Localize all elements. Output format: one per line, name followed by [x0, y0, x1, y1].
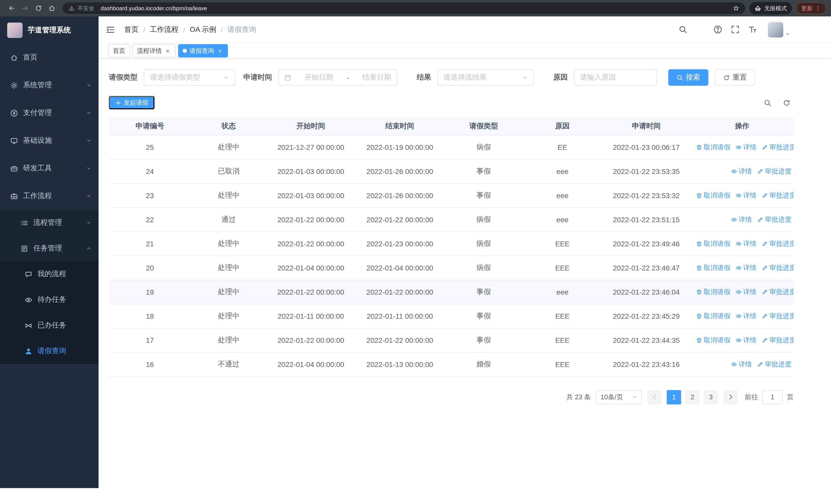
- reset-button[interactable]: 重置: [715, 69, 755, 86]
- breadcrumb-item[interactable]: 首页: [124, 25, 139, 34]
- page-button-1[interactable]: 1: [667, 390, 681, 404]
- pen-icon: [762, 289, 768, 295]
- tab-首页[interactable]: 首页: [108, 44, 130, 58]
- sidebar-item-process[interactable]: 流程管理: [0, 210, 98, 236]
- sidebar-item-eye[interactable]: 待办任务: [0, 287, 98, 313]
- refresh-table-icon[interactable]: [783, 99, 791, 107]
- action-detail[interactable]: 详情: [736, 191, 756, 200]
- action-progress[interactable]: 审批进度: [757, 167, 792, 176]
- url-bar[interactable]: 不安全 dashboard.yudao.iocoder.cn/bpm/oa/le…: [63, 3, 745, 14]
- action-cancel[interactable]: 取消请假: [696, 263, 730, 272]
- apply-time-range-picker[interactable]: 开始日期 - 结束日期: [278, 69, 397, 86]
- action-detail[interactable]: 详情: [736, 239, 756, 248]
- cell-type: 病假: [444, 207, 523, 232]
- sidebar-item-tools[interactable]: 研发工具: [0, 154, 98, 182]
- sidebar-item-workflow[interactable]: 工作流程: [0, 182, 98, 210]
- reload-icon[interactable]: [32, 2, 45, 15]
- user-menu[interactable]: [768, 22, 790, 37]
- column-header: 结束时间: [355, 118, 444, 135]
- leave-type-select[interactable]: 请选择请假类型: [144, 69, 235, 86]
- action-detail[interactable]: 详情: [736, 263, 756, 272]
- eye-icon: [736, 144, 742, 150]
- sidebar-item-yen[interactable]: 支付管理: [0, 99, 98, 127]
- action-progress[interactable]: 审批进度: [762, 191, 794, 200]
- cell-applied: 2022-01-22 23:43:16: [602, 352, 691, 376]
- page-size-select[interactable]: 10条/页: [596, 390, 642, 404]
- next-page-button[interactable]: [723, 390, 738, 404]
- action-cancel[interactable]: 取消请假: [696, 287, 730, 296]
- page-button-3[interactable]: 3: [704, 390, 718, 404]
- action-progress[interactable]: 审批进度: [762, 335, 794, 345]
- github-icon[interactable]: [696, 25, 705, 34]
- prev-page-button[interactable]: [647, 390, 662, 404]
- action-cancel[interactable]: 取消请假: [696, 191, 730, 200]
- action-progress[interactable]: 审批进度: [757, 359, 792, 369]
- back-icon[interactable]: [5, 2, 19, 15]
- action-cancel[interactable]: 取消请假: [696, 142, 730, 152]
- action-detail[interactable]: 详情: [736, 311, 756, 321]
- create-leave-button[interactable]: 发起请假: [109, 96, 154, 109]
- reason-input[interactable]: 请输入原因: [574, 69, 657, 86]
- fontsize-icon[interactable]: [748, 25, 757, 34]
- table-row: 20处理中2022-01-04 00:00:002022-01-04 00:00…: [109, 256, 794, 280]
- cell-status: 处理中: [191, 183, 266, 207]
- search-button[interactable]: 搜索: [668, 69, 708, 86]
- action-progress[interactable]: 审批进度: [762, 142, 794, 152]
- tab-流程详情[interactable]: 流程详情: [133, 44, 175, 58]
- action-progress[interactable]: 审批进度: [757, 215, 792, 224]
- action-progress[interactable]: 审批进度: [762, 311, 794, 321]
- column-header: 申请时间: [602, 118, 691, 135]
- sidebar-item-home[interactable]: 首页: [0, 43, 98, 71]
- bookmark-star-icon[interactable]: [733, 5, 739, 11]
- collapse-sidebar-icon[interactable]: [106, 25, 115, 34]
- toggle-search-icon[interactable]: [764, 99, 771, 107]
- close-icon[interactable]: [217, 48, 223, 54]
- browser-home-icon[interactable]: [45, 2, 58, 15]
- sidebar-item-user[interactable]: 请假查询: [0, 338, 98, 364]
- page-button-2[interactable]: 2: [685, 390, 699, 404]
- sidebar-item-gear[interactable]: 系统管理: [0, 71, 98, 99]
- sidebar-item-chat[interactable]: 我的流程: [0, 261, 98, 287]
- action-detail[interactable]: 详情: [731, 167, 752, 176]
- caret-down-icon: [86, 138, 91, 143]
- cell-status: 已取消: [191, 159, 266, 183]
- app-header: 首页 / 工作流程 / OA 示例 / 请假查询: [98, 17, 831, 43]
- action-progress[interactable]: 审批进度: [762, 287, 794, 296]
- result-select[interactable]: 请选择流结果: [437, 69, 534, 86]
- sidebar-item-infra[interactable]: 基础设施: [0, 127, 98, 154]
- close-icon[interactable]: [164, 48, 171, 54]
- fullscreen-icon[interactable]: [731, 25, 740, 34]
- breadcrumb-item[interactable]: 工作流程: [150, 25, 179, 34]
- update-button[interactable]: 更新: [796, 3, 826, 14]
- tab-请假查询[interactable]: 请假查询: [178, 44, 228, 58]
- sidebar-item-done[interactable]: 已办任务: [0, 313, 98, 338]
- action-detail[interactable]: 详情: [736, 142, 756, 152]
- goto-label: 前往: [745, 392, 758, 402]
- eye-icon: [736, 265, 742, 271]
- action-progress[interactable]: 审批进度: [762, 263, 794, 272]
- action-cancel[interactable]: 取消请假: [696, 239, 730, 248]
- cell-start: 2022-01-22 00:00:00: [266, 232, 355, 256]
- search-icon[interactable]: [679, 25, 687, 34]
- breadcrumb-separator: /: [143, 25, 145, 34]
- eye-icon: [25, 296, 32, 304]
- action-cancel[interactable]: 取消请假: [696, 335, 730, 345]
- goto-page-input[interactable]: 1: [762, 390, 783, 404]
- action-detail[interactable]: 详情: [736, 287, 756, 296]
- action-detail[interactable]: 详情: [736, 335, 756, 345]
- eye-icon: [731, 168, 737, 174]
- browser-menu-icon[interactable]: [815, 5, 821, 11]
- user-avatar[interactable]: [768, 22, 783, 37]
- help-icon[interactable]: [713, 25, 722, 34]
- action-cancel[interactable]: 取消请假: [696, 311, 730, 321]
- main-content: 请假类型 请选择请假类型 申请时间 开始日期 - 结束日期 结果 请选择流结果 …: [98, 59, 831, 504]
- trash-icon: [696, 265, 702, 271]
- breadcrumb-item[interactable]: OA 示例: [190, 25, 216, 34]
- cell-start: 2022-01-03 00:00:00: [266, 183, 355, 207]
- action-detail[interactable]: 详情: [731, 215, 752, 224]
- sidebar-item-task[interactable]: 任务管理: [0, 236, 98, 261]
- action-detail[interactable]: 详情: [731, 359, 752, 369]
- forward-icon[interactable]: [19, 2, 32, 15]
- cell-applied: 2022-01-22 23:46:47: [602, 256, 691, 280]
- action-progress[interactable]: 审批进度: [762, 239, 794, 248]
